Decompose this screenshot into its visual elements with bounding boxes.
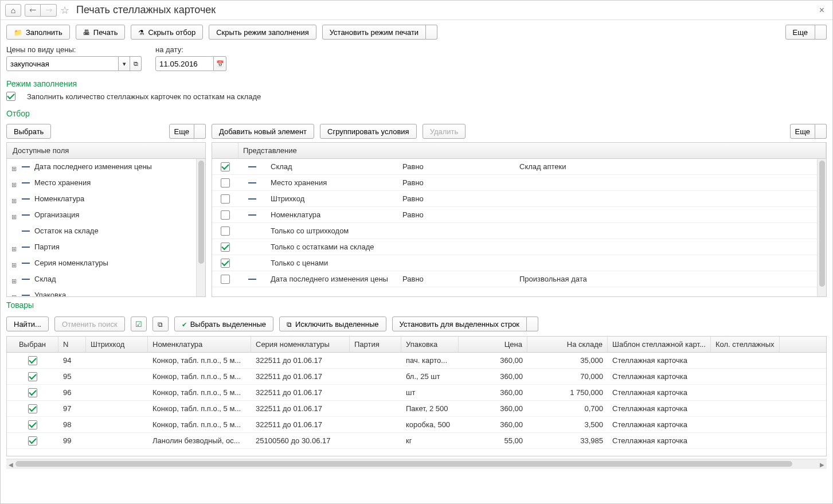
more-caret[interactable] <box>815 25 827 40</box>
col-selected[interactable]: Выбран <box>7 337 58 352</box>
products-body[interactable]: 94Конкор, табл. п.п.о., 5 м...322511 до … <box>7 353 826 449</box>
condition-row[interactable]: ШтрихкодРавно <box>212 191 826 207</box>
product-row[interactable]: 94Конкор, табл. п.п.о., 5 м...322511 до … <box>7 353 826 369</box>
conditions-scrollbar[interactable] <box>817 159 826 296</box>
filter-left-more-button[interactable]: Еще <box>169 124 194 139</box>
condition-row[interactable]: Дата последнего изменения ценыРавноПроиз… <box>212 271 826 287</box>
col-nomenclature[interactable]: Номенклатура <box>148 337 251 352</box>
available-field-row[interactable]: Остаток на складе <box>7 223 205 239</box>
price-type-open[interactable] <box>130 56 142 71</box>
row-checkbox[interactable] <box>28 404 37 413</box>
fill-button[interactable]: Заполнить <box>6 25 70 40</box>
conditions-body[interactable]: СкладРавноСклад аптекиМесто храненияРавн… <box>212 159 826 296</box>
back-button[interactable] <box>25 4 41 17</box>
cancel-find-button[interactable]: Отменить поиск <box>54 317 125 331</box>
col-stock[interactable]: На складе <box>527 337 608 352</box>
available-field-row[interactable]: Партия <box>7 239 205 255</box>
col-n[interactable]: N <box>58 337 86 352</box>
add-filter-button[interactable]: Добавить новый элемент <box>212 124 314 139</box>
available-field-row[interactable]: Склад <box>7 271 205 287</box>
row-checkbox[interactable] <box>28 388 37 397</box>
hide-fill-mode-button[interactable]: Скрыть режим заполнения <box>209 25 316 40</box>
star-icon[interactable] <box>60 4 69 17</box>
condition-checkbox[interactable] <box>221 162 230 171</box>
home-button[interactable] <box>5 4 21 17</box>
close-button[interactable]: × <box>816 5 828 15</box>
price-type-dropdown[interactable]: ▾ <box>119 56 130 71</box>
set-for-marked-caret[interactable] <box>527 317 538 331</box>
condition-row[interactable]: Только с остатками на складе <box>212 239 826 255</box>
more-button[interactable]: Еще <box>785 25 815 40</box>
available-field-row[interactable]: Серия номенклатуры <box>7 255 205 271</box>
product-row[interactable]: 96Конкор, табл. п.п.о., 5 м...322511 до … <box>7 385 826 401</box>
condition-checkbox[interactable] <box>221 178 230 187</box>
condition-row[interactable]: НоменклатураРавно <box>212 207 826 223</box>
expand-icon[interactable] <box>11 196 17 202</box>
condition-row[interactable]: СкладРавноСклад аптеки <box>212 159 826 175</box>
product-row[interactable]: 99Ланолин безводный, ос...25100560 до 30… <box>7 433 826 449</box>
expand-icon[interactable] <box>11 228 17 234</box>
col-series[interactable]: Серия номенклатуры <box>251 337 350 352</box>
col-price[interactable]: Цена <box>459 337 527 352</box>
price-type-input[interactable] <box>6 56 119 71</box>
exclude-marked-button[interactable]: Исключить выделенные <box>279 317 386 331</box>
group-conditions-button[interactable]: Сгруппировать условия <box>320 124 417 139</box>
condition-row[interactable]: Только со штрихкодом <box>212 223 826 239</box>
date-picker-button[interactable] <box>214 56 226 71</box>
col-qty[interactable]: Кол. стеллажных <box>711 337 780 352</box>
expand-icon[interactable] <box>11 180 17 186</box>
product-row[interactable]: 95Конкор, табл. п.п.о., 5 м...322511 до … <box>7 369 826 385</box>
product-row[interactable]: 97Конкор, табл. п.п.о., 5 м...322511 до … <box>7 401 826 417</box>
check-all-button[interactable] <box>131 317 147 331</box>
delete-filter-button[interactable]: Удалить <box>423 124 466 139</box>
expand-icon[interactable] <box>11 292 17 297</box>
condition-row[interactable]: Место храненияРавно <box>212 175 826 191</box>
available-scrollbar[interactable] <box>196 159 205 296</box>
row-checkbox[interactable] <box>28 436 37 446</box>
col-template[interactable]: Шаблон стеллажной карт... <box>608 337 711 352</box>
available-field-row[interactable]: Дата последнего изменения цены <box>7 159 205 175</box>
expand-icon[interactable] <box>11 260 17 266</box>
row-checkbox[interactable] <box>28 372 37 381</box>
available-field-row[interactable]: Организация <box>7 207 205 223</box>
products-hscroll[interactable]: ◀ ▶ <box>6 459 827 469</box>
uncheck-all-button[interactable] <box>152 317 169 331</box>
find-button[interactable]: Найти... <box>6 317 49 331</box>
scroll-left-icon[interactable]: ◀ <box>6 459 15 470</box>
expand-icon[interactable] <box>11 276 17 282</box>
available-field-row[interactable]: Упаковка <box>7 287 205 296</box>
product-row[interactable]: 98Конкор, табл. п.п.о., 5 м...322511 до … <box>7 417 826 433</box>
condition-checkbox[interactable] <box>221 259 230 268</box>
condition-checkbox[interactable] <box>221 194 230 204</box>
print-button[interactable]: Печать <box>76 25 126 40</box>
filter-right-more-caret[interactable] <box>815 124 827 139</box>
condition-checkbox[interactable] <box>221 243 230 252</box>
available-field-row[interactable]: Номенклатура <box>7 191 205 207</box>
expand-icon[interactable] <box>11 244 17 250</box>
expand-icon[interactable] <box>11 212 17 218</box>
available-field-row[interactable]: Место хранения <box>7 175 205 191</box>
set-for-marked-button[interactable]: Установить для выделенных строк <box>392 317 527 331</box>
fill-mode-checkbox[interactable] <box>6 92 15 101</box>
filter-right-more-button[interactable]: Еще <box>790 124 815 139</box>
condition-checkbox[interactable] <box>221 226 230 236</box>
select-field-button[interactable]: Выбрать <box>6 124 51 139</box>
col-party[interactable]: Партия <box>350 337 401 352</box>
forward-button[interactable] <box>41 4 57 17</box>
scroll-right-icon[interactable]: ▶ <box>818 459 827 470</box>
row-checkbox[interactable] <box>28 356 37 365</box>
available-fields-tree[interactable]: Дата последнего изменения ценыМесто хран… <box>7 159 205 296</box>
expand-icon[interactable] <box>11 164 17 170</box>
condition-checkbox[interactable] <box>221 275 230 284</box>
scroll-thumb[interactable] <box>15 461 792 467</box>
hide-filter-button[interactable]: Скрыть отбор <box>131 25 203 40</box>
date-input[interactable] <box>155 56 214 71</box>
col-barcode[interactable]: Штрихкод <box>86 337 148 352</box>
set-print-mode-caret[interactable] <box>426 25 437 40</box>
filter-left-more-caret[interactable] <box>194 124 206 139</box>
set-print-mode-button[interactable]: Установить режим печати <box>322 25 426 40</box>
condition-checkbox[interactable] <box>221 210 230 220</box>
condition-row[interactable]: Только с ценами <box>212 255 826 271</box>
col-package[interactable]: Упаковка <box>401 337 459 352</box>
select-marked-button[interactable]: Выбрать выделенные <box>174 317 273 331</box>
